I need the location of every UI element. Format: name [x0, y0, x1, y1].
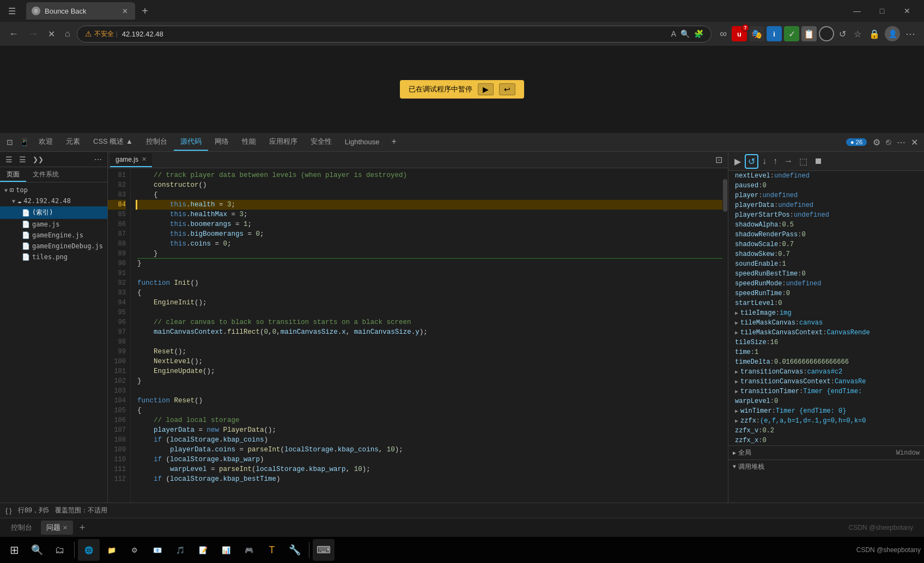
debug-prop-shadowAlpha[interactable]: shadowAlpha: 0.5: [728, 220, 924, 230]
debug-prop-time[interactable]: time: 1: [728, 347, 924, 357]
resume-button[interactable]: ▶: [478, 83, 494, 95]
debug-resume-btn[interactable]: ▶: [732, 154, 744, 169]
file-tool-icon2[interactable]: ☰: [17, 154, 28, 165]
debug-prop-shadowRenderPass[interactable]: shadowRenderPass: 0: [728, 230, 924, 240]
expand-editor-btn[interactable]: ⊡: [712, 153, 726, 167]
zoom-icon[interactable]: 🔍: [680, 29, 690, 38]
tab-close-icon[interactable]: ✕: [120, 6, 130, 16]
sidebar-toggle[interactable]: ☰: [4, 3, 20, 19]
debug-prop-playerData[interactable]: playerData: undefined: [728, 200, 924, 210]
translate-icon[interactable]: A: [671, 29, 676, 38]
debug-prop-speedRunMode[interactable]: speedRunMode: undefined: [728, 279, 924, 289]
debug-prop-playerStartPos[interactable]: playerStartPos: undefined: [728, 210, 924, 220]
tab-sources[interactable]: 源代码: [174, 133, 208, 151]
debug-prop-transitionCanvas[interactable]: ▶transitionCanvas: canvas#c2: [728, 367, 924, 377]
ext-blue[interactable]: i: [767, 26, 782, 41]
debug-stop-btn[interactable]: ⏹: [811, 154, 825, 168]
scope-section[interactable]: ▶ 全局 Window: [728, 445, 924, 460]
add-console-btn[interactable]: +: [76, 522, 88, 534]
debug-prop-shadowScale[interactable]: shadowScale: 0.7: [728, 240, 924, 249]
tree-item-ip[interactable]: ▼ ☁ 42.192.42.48: [0, 195, 107, 206]
active-tab[interactable]: B Bounce Back ✕: [26, 2, 135, 20]
debug-prop-soundEnable[interactable]: soundEnable: 1: [728, 259, 924, 269]
new-tab-button[interactable]: +: [137, 3, 153, 19]
file-tool-chevron[interactable]: ❯❯: [31, 155, 46, 164]
extensions-icon[interactable]: 🧩: [694, 29, 703, 38]
callstack-section[interactable]: ▼ 调用堆栈: [728, 460, 924, 474]
ext-green[interactable]: ✓: [784, 26, 799, 41]
taskbar-browser[interactable]: 🌐: [78, 539, 100, 561]
ext-refresh[interactable]: ↺: [836, 28, 849, 40]
tree-item-tiles[interactable]: 📄 tiles.png: [0, 252, 107, 262]
ext-dark[interactable]: 🎭: [749, 26, 764, 41]
debug-prop-timeDelta[interactable]: timeDelta: 0.01666666666666666: [728, 357, 924, 367]
taskview-btn[interactable]: 🗂: [49, 539, 71, 561]
status-tab-problems[interactable]: 问题 ✕: [41, 521, 73, 535]
taskbar-notepad[interactable]: 📝: [192, 539, 214, 561]
taskbar-icon9[interactable]: 🔧: [284, 539, 306, 561]
tree-item-gamejs[interactable]: 📄 game.js: [0, 219, 107, 230]
taskbar-email[interactable]: 📧: [147, 539, 168, 561]
debug-stepout-btn[interactable]: ↑: [770, 154, 780, 168]
reload-button[interactable]: ✕: [45, 27, 58, 41]
ext-circle[interactable]: [819, 26, 834, 41]
debug-prop-tileMaskCanvasContext[interactable]: ▶tileMaskCanvasContext: CanvasRende: [728, 328, 924, 338]
ext-lock[interactable]: 🔒: [866, 28, 883, 40]
debug-prop-tileImage[interactable]: ▶tileImage: img: [728, 308, 924, 318]
debug-prop-speedRunBestTime[interactable]: speedRunBestTime: 0: [728, 269, 924, 279]
file-tab-filesystem[interactable]: 文件系统: [26, 167, 65, 182]
ext-star[interactable]: ☆: [851, 28, 864, 40]
debug-prop-shadowSkew[interactable]: shadowSkew: 0.7: [728, 249, 924, 259]
file-tab-page[interactable]: 页面: [0, 167, 26, 182]
tab-performance[interactable]: 性能: [235, 133, 263, 151]
taskbar-game[interactable]: 🎮: [238, 539, 260, 561]
debug-stepover-btn[interactable]: ↺: [745, 154, 758, 169]
step-button[interactable]: ↩: [499, 83, 515, 95]
maximize-button[interactable]: □: [870, 2, 895, 20]
debug-prop-player[interactable]: player: undefined: [728, 191, 924, 200]
debug-prop-winTimer[interactable]: ▶winTimer: Timer {endTime: 0}: [728, 406, 924, 416]
tab-lighthouse[interactable]: Lighthouse: [338, 134, 386, 150]
debug-step-btn[interactable]: →: [781, 154, 795, 168]
debug-prop-tileSize[interactable]: tileSize: 16: [728, 338, 924, 347]
tree-item-index[interactable]: 📄 (索引): [0, 206, 107, 219]
tree-item-debugjs[interactable]: 📄 gameEngineDebug.js: [0, 241, 107, 252]
devtools-inspect-icon[interactable]: ⊡: [3, 136, 16, 149]
taskbar-music[interactable]: 🎵: [169, 539, 191, 561]
back-button[interactable]: ←: [5, 26, 22, 42]
ext-red[interactable]: u 7: [732, 26, 747, 41]
debug-prop-startLevel[interactable]: startLevel: 0: [728, 298, 924, 308]
user-avatar[interactable]: 👤: [885, 26, 900, 41]
debug-prop-warpLevel[interactable]: warpLevel: 0: [728, 396, 924, 406]
taskbar-icon8[interactable]: T: [261, 539, 283, 561]
menu-button[interactable]: ⋯: [902, 27, 919, 41]
status-tab-console[interactable]: 控制台: [5, 521, 38, 535]
devtools-more-icon[interactable]: ⋯: [894, 136, 908, 149]
editor-tab-close-icon[interactable]: ✕: [142, 156, 147, 163]
close-button[interactable]: ✕: [895, 2, 920, 20]
tab-add[interactable]: +: [386, 133, 402, 151]
taskbar-files[interactable]: 📁: [101, 539, 123, 561]
debug-prop-zzfxx[interactable]: zzfx_x: 0: [728, 436, 924, 445]
tab-network[interactable]: 网络: [208, 133, 235, 151]
devtools-settings-icon[interactable]: ⚙: [870, 136, 883, 149]
devtools-device-icon[interactable]: 📱: [16, 136, 32, 149]
tree-item-top[interactable]: ▼ ⊡ top: [0, 185, 107, 195]
minimize-button[interactable]: —: [844, 2, 870, 20]
tab-application[interactable]: 应用程序: [263, 133, 304, 151]
file-tool-more[interactable]: ⋯: [92, 154, 104, 165]
forward-button[interactable]: →: [25, 26, 41, 42]
problems-tab-close[interactable]: ✕: [63, 524, 68, 531]
tab-welcome[interactable]: 欢迎: [32, 133, 59, 151]
debug-prop-zzfxv[interactable]: zzfx_v: 0.2: [728, 426, 924, 436]
debug-prop-zzfx[interactable]: ▶zzfx: (e,f,a,b=1,d=.1,g=0,h=0,k=0: [728, 416, 924, 426]
debug-prop-transitionTimer[interactable]: ▶transitionTimer: Timer {endTime:: [728, 387, 924, 396]
taskbar-excel[interactable]: 📊: [215, 539, 237, 561]
debug-prop-speedRunTime[interactable]: speedRunTime: 0: [728, 289, 924, 298]
search-taskbar-btn[interactable]: 🔍: [26, 539, 48, 561]
start-button[interactable]: ⊞: [3, 539, 25, 561]
editor-tab-gamejs[interactable]: game.js ✕: [110, 153, 152, 167]
debug-prop-nextLevel[interactable]: nextLevel: undefined: [728, 171, 924, 181]
devtools-share-icon[interactable]: ⎋: [883, 136, 894, 149]
devtools-close-icon[interactable]: ✕: [908, 136, 921, 149]
